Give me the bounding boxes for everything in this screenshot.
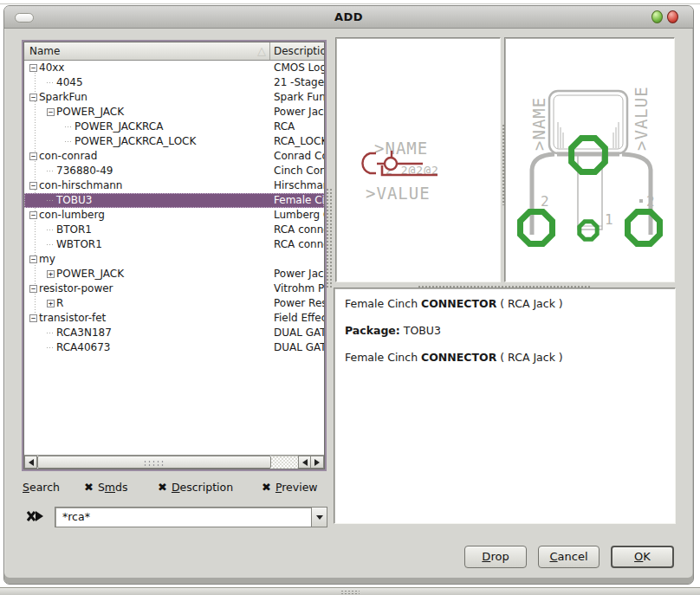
tree-row-rca40673[interactable]: RCA40673DUAL GATE — [24, 340, 324, 355]
tree-row-btor1[interactable]: BTOR1RCA conne — [24, 223, 324, 237]
package-drawing: >NAME >VALUE 2 2 1 — [505, 38, 674, 281]
search-value[interactable]: *rca* — [55, 508, 311, 527]
collapse-icon[interactable]: − — [29, 152, 37, 160]
checkbox-checked-icon[interactable]: ✖ — [84, 481, 94, 494]
collapse-icon[interactable]: − — [29, 64, 37, 72]
tree-branch-line — [47, 171, 55, 171]
tree-row-tobu3[interactable]: TOBU3Female Cin — [24, 193, 324, 208]
tree-item-description: Cinch Conn — [270, 164, 324, 178]
tree-item-description: DUAL GATE — [270, 326, 324, 340]
tree-item-label: POWER_JACKRCA — [75, 120, 163, 134]
maximize-button[interactable] — [651, 10, 663, 23]
tree-branch-line — [47, 244, 55, 245]
tree-row-wbtor1[interactable]: WBTOR1RCA conne — [24, 237, 324, 252]
close-button[interactable] — [667, 10, 678, 23]
tree-row-736880-49[interactable]: 736880-49Cinch Conn — [24, 164, 324, 178]
titlebar[interactable]: ADD — [4, 6, 693, 29]
background-window-edge-bottom — [0, 587, 700, 595]
expand-icon[interactable]: + — [47, 270, 55, 278]
collapse-icon[interactable]: − — [29, 94, 37, 101]
tree-item-description: Field Effec — [270, 311, 324, 326]
tree-item-label: resistor-power — [39, 281, 113, 296]
tree-branch-line — [47, 333, 55, 333]
tree-preview-splitter[interactable] — [326, 188, 332, 288]
symbol-name-placeholder: >NAME — [374, 139, 428, 158]
package-value-placeholder: >VALUE — [632, 86, 651, 151]
tree-row-r[interactable]: +RPower Res — [24, 296, 324, 311]
tree-row-power_jack[interactable]: +POWER_JACKPower Jack — [24, 267, 324, 281]
checkbox-smds[interactable]: ✖Smds — [84, 481, 127, 494]
column-header-name[interactable]: Name △ — [24, 42, 270, 60]
tree-row-power_jack[interactable]: −POWER_JACKPower Jack — [24, 105, 324, 120]
checkbox-preview[interactable]: ✖Preview — [262, 481, 318, 494]
checkbox-checked-icon[interactable]: ✖ — [158, 481, 167, 494]
scrollbar-thumb[interactable] — [37, 456, 271, 469]
tree-item-description: Spark Fun — [270, 90, 324, 105]
tree-row-my[interactable]: −my — [24, 252, 324, 267]
sort-ascending-icon: △ — [257, 44, 266, 57]
description-line-3: Female Cinch CONNECTOR ( RCA Jack ) — [345, 351, 664, 364]
tree-item-description: Power Res — [270, 296, 324, 311]
tree-row-power_jackrca[interactable]: POWER_JACKRCARCA — [24, 120, 324, 134]
tree-item-label: con-hirschmann — [39, 178, 122, 193]
tree-item-label: RCA3N187 — [56, 326, 112, 340]
tree-row-4045[interactable]: 404521 -Stage — [24, 75, 324, 90]
scroll-left-button-2[interactable] — [298, 456, 311, 469]
tree-row-con-lumberg[interactable]: −con-lumbergLumberg C — [24, 208, 324, 223]
right-arrow-icon — [314, 459, 320, 466]
search-label: Search — [23, 481, 60, 494]
tree-row-sparkfun[interactable]: −SparkFunSpark Fun — [24, 90, 324, 105]
collapse-icon[interactable]: − — [29, 211, 37, 219]
collapse-icon[interactable]: − — [29, 314, 37, 322]
tree-row-rca3n187[interactable]: RCA3N187DUAL GATE — [24, 326, 324, 340]
screen: ADD Name △ Description −40xxCMOS Log4045… — [0, 0, 700, 595]
package-name-placeholder: >NAME — [529, 97, 548, 151]
tree-row-power_jackrca_lock[interactable]: POWER_JACKRCA_LOCKRCA_LOCK — [24, 134, 324, 149]
checkbox-label: Description — [172, 481, 233, 494]
tree-item-description: Conrad Co — [270, 149, 324, 164]
column-header-description[interactable]: Description — [270, 42, 324, 60]
collapse-icon[interactable]: − — [29, 182, 37, 190]
collapse-icon[interactable]: − — [29, 255, 37, 263]
scrollbar-grip-dots — [143, 460, 165, 467]
pad-center-1 — [580, 222, 597, 239]
search-input[interactable]: *rca* — [55, 507, 327, 527]
ok-button[interactable]: OK — [611, 546, 674, 568]
collapse-icon[interactable]: − — [47, 108, 55, 116]
library-tree: Name △ Description −40xxCMOS Log404521 -… — [22, 40, 327, 471]
drop-button[interactable]: Drop — [464, 546, 527, 568]
tree-item-label: 40xx — [39, 61, 64, 75]
search-wildcard-icon[interactable] — [27, 510, 44, 523]
tree-item-description — [270, 252, 324, 267]
tree-row-con-hirschmann[interactable]: −con-hirschmannHirschmann — [24, 178, 324, 193]
search-dropdown-button[interactable] — [311, 508, 327, 527]
checkbox-description[interactable]: ✖Description — [158, 481, 233, 494]
checkbox-checked-icon[interactable]: ✖ — [262, 481, 271, 494]
tree-row-con-conrad[interactable]: −con-conradConrad Co — [24, 149, 324, 164]
tree-item-description: 21 -Stage — [270, 75, 324, 90]
window-title: ADD — [4, 10, 693, 23]
expand-icon[interactable]: + — [47, 300, 55, 307]
tree-item-description: DUAL GATE — [270, 340, 324, 355]
tree-row-40xx[interactable]: −40xxCMOS Log — [24, 61, 324, 75]
checkbox-label: Smds — [98, 481, 128, 494]
tree-branch-line — [65, 126, 73, 127]
tree-branch-line — [47, 230, 55, 230]
tree-item-label: 4045 — [56, 75, 83, 90]
scrollbar-track[interactable] — [271, 456, 298, 469]
tree-item-description: Female Cin — [270, 193, 324, 208]
tree-body: −40xxCMOS Log404521 -Stage−SparkFunSpark… — [24, 61, 324, 455]
tree-item-label: POWER_JACKRCA_LOCK — [75, 134, 196, 149]
tree-horizontal-scrollbar[interactable] — [24, 455, 324, 469]
tree-row-transistor-fet[interactable]: −transistor-fetField Effec — [24, 311, 324, 326]
scroll-right-button[interactable] — [311, 456, 324, 469]
collapse-icon[interactable]: − — [29, 285, 37, 293]
pad-label-2-right: 2 — [646, 193, 655, 210]
background-window-edge-top — [0, 3, 700, 4]
cancel-button[interactable]: Cancel — [538, 546, 600, 568]
tree-item-label: transistor-fet — [39, 311, 106, 326]
scroll-left-button[interactable] — [24, 456, 37, 469]
tree-item-description: RCA — [270, 120, 324, 134]
description-package-line: Package: TOBU3 — [345, 324, 664, 337]
tree-row-resistor-power[interactable]: −resistor-powerVitrohm Po — [24, 281, 324, 296]
